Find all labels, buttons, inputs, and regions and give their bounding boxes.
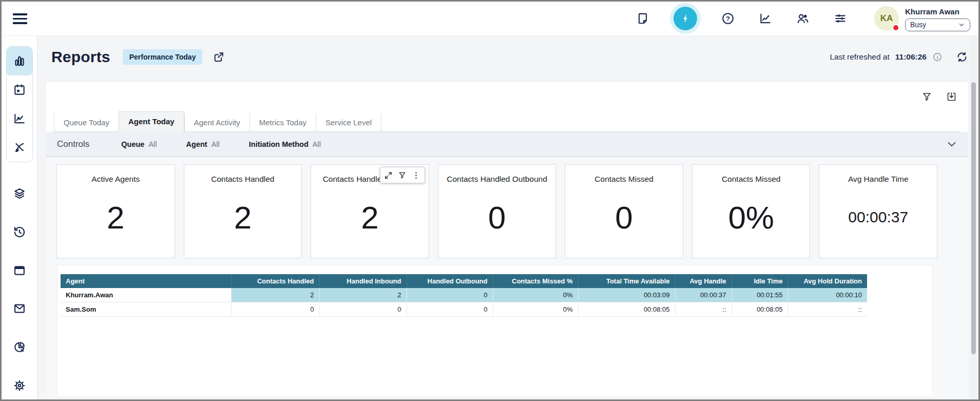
refresh-label: Last refreshed at — [830, 52, 889, 62]
avatar[interactable]: KA — [874, 6, 899, 31]
metrics-icon[interactable] — [759, 12, 772, 25]
filter-icon[interactable] — [396, 169, 409, 181]
col-avg-handle[interactable]: Avg Handle — [675, 274, 732, 288]
filter-initiation-method[interactable]: Initiation Method All — [249, 140, 321, 148]
cell: 0 — [407, 302, 493, 317]
cell: 0 — [407, 288, 493, 302]
filter-icon[interactable] — [921, 91, 932, 102]
cell-agent: Khurram.Awan — [61, 288, 231, 302]
tab-agent-activity[interactable]: Agent Activity — [184, 113, 249, 131]
topbar-right: ? KA — [636, 2, 970, 35]
cell: 2 — [231, 288, 319, 302]
table-header-row: Agent Contacts Handled Handled Inbound H… — [61, 274, 867, 288]
cell: 0 — [231, 302, 319, 317]
tab-metrics-today[interactable]: Metrics Today — [249, 113, 316, 131]
card-contacts-missed: Contacts Missed 0 — [565, 164, 683, 258]
card-title: Contacts Handled — [184, 175, 302, 184]
user-name: Khurram Awan — [905, 7, 970, 16]
refresh-group: Last refreshed at 11:06:26 i — [830, 51, 968, 63]
help-icon[interactable]: ? — [721, 12, 735, 25]
cell: 0% — [493, 288, 578, 302]
history-icon[interactable] — [13, 225, 26, 239]
external-link-icon[interactable] — [213, 51, 225, 63]
info-icon[interactable]: i — [932, 52, 943, 62]
scrollbar-thumb[interactable] — [971, 82, 976, 354]
tab-queue-today[interactable]: Queue Today — [54, 113, 119, 131]
app-window: ? KA — [0, 0, 980, 401]
table-row: Khurram.Awan 2 2 0 0% 00:03:09 00:00:37 … — [61, 288, 867, 302]
card-title: Active Agents — [57, 175, 175, 184]
card-contacts-handled: Contacts Handled 2 — [184, 164, 302, 258]
controls-title: Controls — [57, 139, 89, 149]
mail-icon[interactable] — [13, 302, 26, 315]
report-header: Reports Performance Today Last refreshed… — [51, 45, 968, 69]
main-area: Reports Performance Today Last refreshed… — [37, 36, 978, 399]
vertical-scrollbar — [970, 36, 977, 399]
controls-bar: Controls Queue All Agent All Initiation … — [46, 132, 968, 157]
settings-gear-icon[interactable] — [13, 379, 26, 392]
card-value: 0 — [488, 199, 506, 236]
cell: 00:00:10 — [788, 288, 867, 302]
refresh-icon[interactable] — [956, 51, 968, 63]
card-value: 0% — [728, 199, 774, 236]
line-chart-icon — [13, 112, 26, 125]
card-avg-handle-time: Avg Handle Time 00:00:37 — [819, 164, 937, 258]
col-handled-inbound[interactable]: Handled Inbound — [319, 274, 407, 288]
cell: 0% — [493, 302, 578, 317]
sidebar-item-line-chart[interactable] — [7, 104, 32, 133]
col-agent[interactable]: Agent — [61, 274, 231, 288]
filter-agent[interactable]: Agent All — [186, 140, 220, 148]
tab-service-level[interactable]: Service Level — [316, 113, 381, 131]
hamburger-menu-icon[interactable] — [13, 13, 27, 27]
card-value: 2 — [361, 199, 378, 236]
status-select[interactable]: Busy — [905, 18, 970, 31]
sidebar-item-design[interactable] — [7, 133, 32, 162]
window-icon[interactable] — [13, 264, 26, 277]
chevron-down-icon — [958, 21, 965, 28]
col-handled-outbound[interactable]: Handled Outbound — [407, 274, 493, 288]
cell: :: — [788, 302, 867, 317]
refresh-time: 11:06:26 — [895, 52, 927, 62]
report-content: Active Agents 2 Contacts Handled 2 Conta… — [46, 158, 968, 397]
agents-icon[interactable] — [796, 12, 810, 25]
col-contacts-handled[interactable]: Contacts Handled — [231, 274, 319, 288]
cell: 00:00:37 — [675, 288, 732, 302]
design-brush-icon — [13, 141, 26, 154]
sidebar-item-reports[interactable] — [7, 47, 32, 75]
metric-cards: Active Agents 2 Contacts Handled 2 Conta… — [56, 164, 937, 258]
col-contacts-missed-pct[interactable]: Contacts Missed % — [493, 274, 578, 288]
col-avg-hold-duration[interactable]: Avg Hold Duration — [788, 274, 867, 288]
settings-sliders-icon[interactable] — [834, 12, 847, 25]
status-value: Busy — [910, 21, 926, 29]
svg-text:i: i — [937, 54, 938, 60]
card-active-agents: Active Agents 2 — [56, 164, 175, 258]
sidebar-item-schedule[interactable] — [7, 75, 32, 104]
col-idle-time[interactable]: Idle Time — [732, 274, 788, 288]
user-block: KA Khurram Awan Busy — [874, 6, 970, 31]
report-badge: Performance Today — [123, 49, 203, 65]
card-value: 2 — [234, 199, 252, 236]
layers-icon[interactable] — [13, 187, 26, 200]
card-value: 2 — [107, 199, 124, 236]
cell: 00:08:05 — [578, 302, 675, 317]
col-total-time-available[interactable]: Total Time Available — [578, 274, 675, 288]
filter-queue[interactable]: Queue All — [121, 140, 157, 148]
cell: 00:08:05 — [732, 302, 788, 317]
svg-text:?: ? — [726, 15, 730, 23]
card-contacts-handled-outbound: Contacts Handled Outbound 0 — [438, 164, 556, 258]
controls-collapse-chevron-icon[interactable] — [946, 139, 957, 150]
tab-agent-today[interactable]: Agent Today — [119, 111, 184, 132]
cell: :: — [675, 302, 732, 317]
download-icon[interactable] — [946, 91, 957, 102]
pie-chart-icon[interactable] — [13, 340, 26, 354]
topbar: ? KA — [2, 2, 978, 36]
notes-icon[interactable] — [636, 12, 649, 25]
card-title: Avg Handle Time — [819, 175, 937, 184]
agent-table-widget: Agent Contacts Handled Handled Inbound H… — [57, 265, 933, 397]
kebab-menu-icon[interactable] — [410, 169, 422, 181]
quick-connect-bolt-icon[interactable] — [674, 7, 697, 30]
agent-table: Agent Contacts Handled Handled Inbound H… — [61, 274, 867, 317]
card-value: 0 — [615, 199, 632, 236]
expand-icon[interactable] — [382, 169, 395, 181]
page-title: Reports — [51, 48, 110, 66]
